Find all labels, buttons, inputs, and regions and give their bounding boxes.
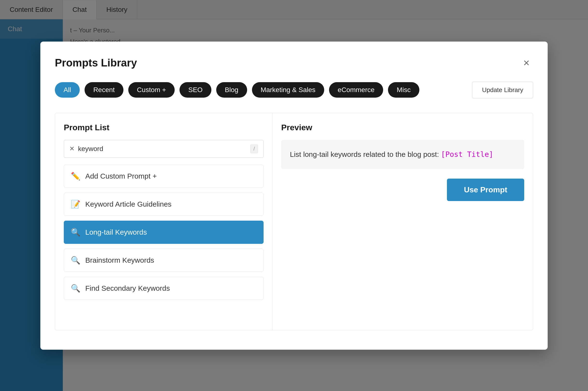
prompt-item-find-secondary[interactable]: 🔍 Find Secondary Keywords [64,277,263,300]
right-panel: Preview List long-tail keywords related … [272,113,533,330]
modal-title: Prompts Library [55,57,137,69]
prompt-list-title: Prompt List [64,123,263,132]
close-button[interactable]: × [520,56,533,70]
prompt-item-brainstorm[interactable]: 🔍 Brainstorm Keywords [64,249,263,272]
filter-row: All Recent Custom + SEO Blog Marketing &… [55,82,533,98]
search-input[interactable] [78,145,247,153]
long-tail-icon: 🔍 [71,228,81,237]
brainstorm-icon: 🔍 [71,256,81,265]
preview-text-before: List long-tail keywords related to the b… [290,150,441,158]
filter-chip-ecommerce[interactable]: eCommerce [329,82,383,98]
filter-chip-custom[interactable]: Custom + [128,82,175,98]
filter-chip-blog[interactable]: Blog [216,82,247,98]
prompt-item-keyword-article[interactable]: 📝 Keyword Article Guidelines [64,193,263,216]
brainstorm-label: Brainstorm Keywords [85,256,154,264]
long-tail-label: Long-tail Keywords [85,228,147,236]
filter-chip-all[interactable]: All [55,82,80,98]
add-custom-label: Add Custom Prompt + [85,172,157,180]
find-secondary-icon: 🔍 [71,284,81,293]
prompt-item-long-tail[interactable]: 🔍 Long-tail Keywords [64,221,263,244]
content-columns: Prompt List ✕ / ✏️ Add Custom Prompt + 📝… [55,113,533,330]
prompts-library-modal: Prompts Library × All Recent Custom + SE… [40,42,548,350]
filter-chip-misc[interactable]: Misc [388,82,420,98]
use-prompt-button[interactable]: Use Prompt [447,179,524,201]
preview-box: List long-tail keywords related to the b… [281,140,524,169]
keyword-article-label: Keyword Article Guidelines [85,200,171,208]
search-slash-hint: / [250,145,258,153]
preview-variable: [Post Title] [441,150,493,159]
search-clear-icon[interactable]: ✕ [69,145,75,153]
prompt-item-add-custom[interactable]: ✏️ Add Custom Prompt + [64,165,263,188]
modal-overlay: Prompts Library × All Recent Custom + SE… [0,0,588,391]
add-custom-icon: ✏️ [71,172,81,181]
filter-chip-recent[interactable]: Recent [84,82,123,98]
modal-header: Prompts Library × [55,56,533,70]
search-box: ✕ / [64,140,263,158]
preview-title: Preview [281,123,524,132]
filter-chip-seo[interactable]: SEO [179,82,211,98]
find-secondary-label: Find Secondary Keywords [85,284,170,293]
filter-chip-marketing[interactable]: Marketing & Sales [252,82,324,98]
left-panel: Prompt List ✕ / ✏️ Add Custom Prompt + 📝… [55,113,272,330]
keyword-article-icon: 📝 [71,199,81,209]
update-library-button[interactable]: Update Library [472,82,533,98]
